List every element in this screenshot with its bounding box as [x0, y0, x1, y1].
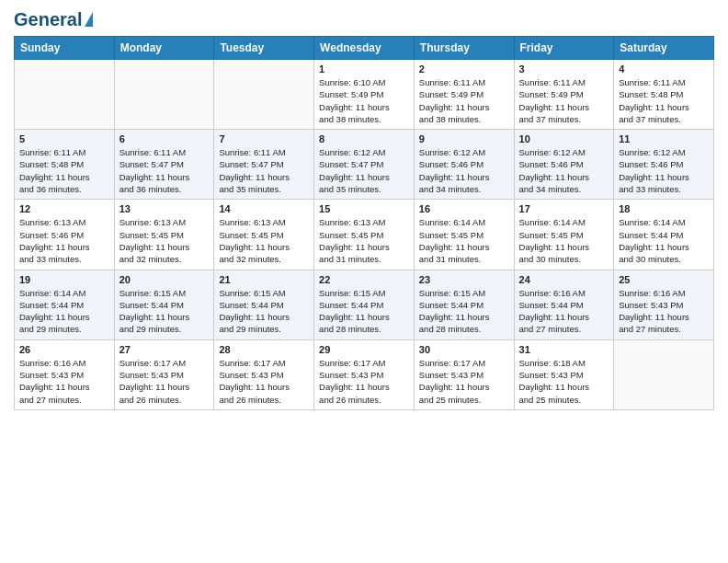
calendar-cell: 3Sunrise: 6:11 AM Sunset: 5:49 PM Daylig…	[514, 60, 614, 130]
logo-general: General	[14, 9, 82, 30]
calendar-cell: 16Sunrise: 6:14 AM Sunset: 5:45 PM Dayli…	[414, 200, 514, 270]
day-info: Sunrise: 6:13 AM Sunset: 5:45 PM Dayligh…	[319, 216, 409, 265]
calendar-cell: 31Sunrise: 6:18 AM Sunset: 5:43 PM Dayli…	[514, 339, 614, 409]
day-number: 30	[419, 344, 509, 355]
day-info: Sunrise: 6:17 AM Sunset: 5:43 PM Dayligh…	[219, 357, 309, 406]
day-number: 18	[619, 203, 709, 214]
day-number: 7	[219, 133, 309, 144]
day-number: 5	[19, 133, 109, 144]
day-info: Sunrise: 6:11 AM Sunset: 5:48 PM Dayligh…	[19, 146, 109, 195]
day-number: 20	[119, 274, 210, 285]
week-row-1: 1Sunrise: 6:10 AM Sunset: 5:49 PM Daylig…	[15, 60, 714, 130]
day-number: 9	[419, 133, 509, 144]
day-number: 19	[19, 274, 109, 285]
day-number: 31	[519, 344, 609, 355]
column-header-thursday: Thursday	[414, 37, 514, 60]
calendar-cell: 23Sunrise: 6:15 AM Sunset: 5:44 PM Dayli…	[414, 270, 514, 339]
calendar-cell: 17Sunrise: 6:14 AM Sunset: 5:45 PM Dayli…	[514, 200, 614, 270]
day-info: Sunrise: 6:12 AM Sunset: 5:46 PM Dayligh…	[519, 146, 609, 195]
calendar-cell: 11Sunrise: 6:12 AM Sunset: 5:46 PM Dayli…	[614, 130, 714, 200]
calendar-cell: 27Sunrise: 6:17 AM Sunset: 5:43 PM Dayli…	[114, 339, 214, 409]
day-info: Sunrise: 6:14 AM Sunset: 5:45 PM Dayligh…	[419, 216, 509, 265]
day-number: 28	[219, 344, 309, 355]
day-info: Sunrise: 6:17 AM Sunset: 5:43 PM Dayligh…	[419, 357, 509, 406]
day-info: Sunrise: 6:18 AM Sunset: 5:43 PM Dayligh…	[519, 357, 609, 406]
day-number: 12	[19, 203, 109, 214]
day-info: Sunrise: 6:17 AM Sunset: 5:43 PM Dayligh…	[119, 357, 210, 406]
day-number: 25	[619, 274, 709, 285]
day-number: 16	[419, 203, 509, 214]
column-header-monday: Monday	[114, 37, 214, 60]
calendar-cell: 19Sunrise: 6:14 AM Sunset: 5:44 PM Dayli…	[15, 270, 115, 339]
day-number: 3	[519, 63, 609, 75]
calendar-cell	[614, 339, 714, 409]
calendar-cell: 25Sunrise: 6:16 AM Sunset: 5:43 PM Dayli…	[614, 270, 714, 339]
calendar-cell	[15, 60, 115, 130]
day-number: 22	[319, 274, 409, 285]
day-info: Sunrise: 6:14 AM Sunset: 5:44 PM Dayligh…	[619, 216, 709, 265]
calendar-cell: 22Sunrise: 6:15 AM Sunset: 5:44 PM Dayli…	[314, 270, 415, 339]
day-info: Sunrise: 6:14 AM Sunset: 5:44 PM Dayligh…	[19, 287, 109, 336]
calendar-cell: 30Sunrise: 6:17 AM Sunset: 5:43 PM Dayli…	[414, 339, 514, 409]
calendar-cell: 10Sunrise: 6:12 AM Sunset: 5:46 PM Dayli…	[514, 130, 614, 200]
calendar-table: SundayMondayTuesdayWednesdayThursdayFrid…	[14, 36, 714, 410]
day-number: 11	[619, 133, 709, 144]
calendar-cell: 21Sunrise: 6:15 AM Sunset: 5:44 PM Dayli…	[214, 270, 314, 339]
day-info: Sunrise: 6:14 AM Sunset: 5:45 PM Dayligh…	[519, 216, 609, 265]
day-number: 1	[319, 63, 409, 75]
day-info: Sunrise: 6:11 AM Sunset: 5:47 PM Dayligh…	[219, 146, 309, 195]
column-header-saturday: Saturday	[614, 37, 714, 60]
day-info: Sunrise: 6:17 AM Sunset: 5:43 PM Dayligh…	[319, 357, 409, 406]
calendar-cell: 18Sunrise: 6:14 AM Sunset: 5:44 PM Dayli…	[614, 200, 714, 270]
day-number: 10	[519, 133, 609, 144]
week-row-2: 5Sunrise: 6:11 AM Sunset: 5:48 PM Daylig…	[15, 130, 714, 200]
calendar-cell: 26Sunrise: 6:16 AM Sunset: 5:43 PM Dayli…	[15, 339, 115, 409]
day-info: Sunrise: 6:15 AM Sunset: 5:44 PM Dayligh…	[419, 287, 509, 336]
page: General SundayMondayTuesdayWednesdayThur…	[0, 0, 728, 563]
day-info: Sunrise: 6:11 AM Sunset: 5:49 PM Dayligh…	[519, 76, 609, 125]
day-info: Sunrise: 6:16 AM Sunset: 5:43 PM Dayligh…	[619, 287, 709, 336]
day-number: 13	[119, 203, 210, 214]
column-header-sunday: Sunday	[15, 37, 115, 60]
calendar-cell: 2Sunrise: 6:11 AM Sunset: 5:49 PM Daylig…	[414, 60, 514, 130]
day-number: 14	[219, 203, 309, 214]
calendar-cell	[214, 60, 314, 130]
calendar-cell: 24Sunrise: 6:16 AM Sunset: 5:44 PM Dayli…	[514, 270, 614, 339]
day-info: Sunrise: 6:15 AM Sunset: 5:44 PM Dayligh…	[119, 287, 210, 336]
day-info: Sunrise: 6:16 AM Sunset: 5:43 PM Dayligh…	[19, 357, 109, 406]
column-header-wednesday: Wednesday	[314, 37, 415, 60]
day-number: 2	[419, 63, 509, 75]
day-number: 4	[619, 63, 709, 75]
day-info: Sunrise: 6:12 AM Sunset: 5:46 PM Dayligh…	[419, 146, 509, 195]
calendar-cell: 29Sunrise: 6:17 AM Sunset: 5:43 PM Dayli…	[314, 339, 415, 409]
logo-triangle-icon	[85, 12, 93, 27]
day-info: Sunrise: 6:13 AM Sunset: 5:46 PM Dayligh…	[19, 216, 109, 265]
week-row-5: 26Sunrise: 6:16 AM Sunset: 5:43 PM Dayli…	[15, 339, 714, 409]
calendar-cell	[114, 60, 214, 130]
calendar-cell: 12Sunrise: 6:13 AM Sunset: 5:46 PM Dayli…	[15, 200, 115, 270]
calendar-cell: 4Sunrise: 6:11 AM Sunset: 5:48 PM Daylig…	[614, 60, 714, 130]
calendar-cell: 28Sunrise: 6:17 AM Sunset: 5:43 PM Dayli…	[214, 339, 314, 409]
day-info: Sunrise: 6:13 AM Sunset: 5:45 PM Dayligh…	[219, 216, 309, 265]
day-info: Sunrise: 6:15 AM Sunset: 5:44 PM Dayligh…	[219, 287, 309, 336]
day-number: 21	[219, 274, 309, 285]
day-info: Sunrise: 6:16 AM Sunset: 5:44 PM Dayligh…	[519, 287, 609, 336]
calendar-cell: 20Sunrise: 6:15 AM Sunset: 5:44 PM Dayli…	[114, 270, 214, 339]
day-number: 26	[19, 344, 109, 355]
day-info: Sunrise: 6:13 AM Sunset: 5:45 PM Dayligh…	[119, 216, 210, 265]
calendar-cell: 14Sunrise: 6:13 AM Sunset: 5:45 PM Dayli…	[214, 200, 314, 270]
calendar-cell: 5Sunrise: 6:11 AM Sunset: 5:48 PM Daylig…	[15, 130, 115, 200]
week-row-3: 12Sunrise: 6:13 AM Sunset: 5:46 PM Dayli…	[15, 200, 714, 270]
calendar-cell: 6Sunrise: 6:11 AM Sunset: 5:47 PM Daylig…	[114, 130, 214, 200]
day-number: 23	[419, 274, 509, 285]
day-number: 24	[519, 274, 609, 285]
column-header-tuesday: Tuesday	[214, 37, 314, 60]
day-number: 15	[319, 203, 409, 214]
day-info: Sunrise: 6:11 AM Sunset: 5:47 PM Dayligh…	[119, 146, 210, 195]
day-info: Sunrise: 6:15 AM Sunset: 5:44 PM Dayligh…	[319, 287, 409, 336]
logo: General	[14, 9, 93, 29]
day-number: 6	[119, 133, 210, 144]
day-number: 29	[319, 344, 409, 355]
day-number: 27	[119, 344, 210, 355]
calendar-cell: 8Sunrise: 6:12 AM Sunset: 5:47 PM Daylig…	[314, 130, 415, 200]
